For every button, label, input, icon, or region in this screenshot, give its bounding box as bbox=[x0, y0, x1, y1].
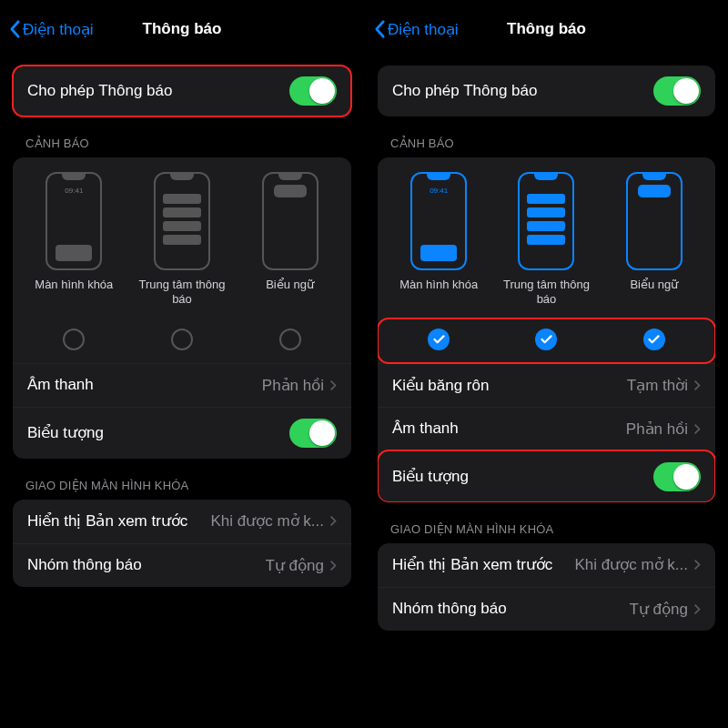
notification-grouping-value: Tự động bbox=[266, 556, 337, 575]
allow-notifications-label: Cho phép Thông báo bbox=[392, 82, 537, 100]
phone-preview-banner-icon bbox=[262, 172, 318, 270]
alert-option-label: Màn hình khóa bbox=[399, 278, 478, 292]
alert-check-banner[interactable] bbox=[237, 329, 343, 350]
alerts-header: CẢNH BÁO bbox=[365, 116, 728, 157]
allow-notifications-toggle[interactable] bbox=[653, 76, 701, 106]
show-previews-label: Hiển thị Bản xem trước bbox=[392, 555, 552, 574]
back-label: Điện thoại bbox=[23, 20, 94, 39]
badges-row[interactable]: Biểu tượng bbox=[13, 407, 351, 459]
lockscreen-header: GIAO DIỆN MÀN HÌNH KHÓA bbox=[0, 459, 364, 500]
alert-option-lock[interactable]: 09:41Màn hình khóa bbox=[386, 172, 492, 308]
chevron-right-icon bbox=[329, 379, 337, 391]
notification-grouping-row[interactable]: Nhóm thông báoTự động bbox=[378, 587, 715, 631]
sounds-label: Âm thanh bbox=[392, 420, 459, 438]
check-on-icon[interactable] bbox=[428, 329, 450, 350]
alert-check-banner[interactable] bbox=[601, 329, 707, 350]
settings-pane-left: Điện thoạiThông báoCho phép Thông báoCẢN… bbox=[0, 0, 364, 728]
badges-label: Biểu tượng bbox=[392, 467, 469, 486]
alert-option-label: Biểu ngữ bbox=[630, 278, 678, 292]
lockscreen-group: Hiển thị Bản xem trướcKhi được mở k...Nh… bbox=[13, 500, 351, 587]
phone-preview-center-icon bbox=[518, 172, 574, 270]
allow-notifications-label: Cho phép Thông báo bbox=[27, 82, 172, 100]
banner-style-row[interactable]: Kiểu băng rônTạm thời bbox=[378, 363, 715, 407]
chevron-right-icon bbox=[693, 423, 701, 435]
allow-notifications-row[interactable]: Cho phép Thông báo bbox=[378, 66, 715, 116]
banner-style-value: Tạm thời bbox=[627, 376, 701, 395]
allow-notifications-row[interactable]: Cho phép Thông báo bbox=[13, 66, 351, 116]
chevron-right-icon bbox=[693, 603, 701, 615]
alert-option-label: Màn hình khóa bbox=[35, 278, 113, 292]
back-button[interactable]: Điện thoại bbox=[374, 19, 459, 39]
alert-option-banner[interactable]: Biểu ngữ bbox=[237, 172, 343, 308]
alerts-group: 09:41Màn hình khóaTrung tâm thông báoBiể… bbox=[13, 157, 351, 459]
allow-notifications-group: Cho phép Thông báo bbox=[13, 66, 351, 116]
chevron-left-icon bbox=[9, 19, 21, 39]
show-previews-value: Khi được mở k... bbox=[574, 555, 701, 574]
alert-check-center[interactable] bbox=[493, 329, 600, 350]
phone-time: 09:41 bbox=[416, 187, 461, 195]
check-on-icon[interactable] bbox=[643, 329, 665, 350]
allow-notifications-group: Cho phép Thông báo bbox=[378, 66, 715, 116]
show-previews-label: Hiển thị Bản xem trước bbox=[27, 511, 187, 531]
check-off-icon[interactable] bbox=[171, 329, 193, 350]
alerts-check-row bbox=[13, 318, 351, 363]
chevron-left-icon bbox=[374, 19, 386, 39]
alerts-preview-box: 09:41Màn hình khóaTrung tâm thông báoBiể… bbox=[13, 157, 351, 318]
navbar: Điện thoạiThông báo bbox=[365, 9, 728, 49]
alert-check-lock[interactable] bbox=[21, 329, 127, 350]
chevron-right-icon bbox=[329, 515, 337, 527]
settings-pane-right: Điện thoạiThông báoCho phép Thông báoCẢN… bbox=[364, 0, 728, 728]
banner-style-label: Kiểu băng rôn bbox=[392, 376, 489, 395]
sounds-row[interactable]: Âm thanhPhản hồi bbox=[378, 407, 715, 450]
alerts-group: 09:41Màn hình khóaTrung tâm thông báoBiể… bbox=[378, 157, 715, 502]
sounds-row[interactable]: Âm thanhPhản hồi bbox=[13, 363, 351, 407]
check-on-icon[interactable] bbox=[535, 329, 557, 350]
alert-option-label: Trung tâm thông báo bbox=[128, 278, 235, 308]
alert-option-lock[interactable]: 09:41Màn hình khóa bbox=[21, 172, 127, 308]
badges-toggle[interactable] bbox=[289, 419, 337, 448]
alert-option-center[interactable]: Trung tâm thông báo bbox=[493, 172, 600, 308]
chevron-right-icon bbox=[693, 559, 701, 571]
chevron-right-icon bbox=[693, 379, 701, 391]
alert-option-label: Biểu ngữ bbox=[266, 278, 314, 292]
phone-time: 09:41 bbox=[51, 187, 96, 195]
notification-grouping-label: Nhóm thông báo bbox=[392, 600, 507, 618]
alert-option-center[interactable]: Trung tâm thông báo bbox=[128, 172, 235, 308]
phone-preview-center-icon bbox=[154, 172, 210, 270]
sounds-value: Phản hồi bbox=[262, 376, 337, 395]
sounds-label: Âm thanh bbox=[27, 376, 94, 394]
phone-preview-lock-icon: 09:41 bbox=[410, 172, 467, 270]
alert-check-center[interactable] bbox=[128, 329, 235, 350]
badges-label: Biểu tượng bbox=[27, 423, 104, 442]
phone-preview-banner-icon bbox=[626, 172, 682, 270]
back-button[interactable]: Điện thoại bbox=[9, 19, 94, 39]
alerts-header: CẢNH BÁO bbox=[0, 116, 364, 157]
notification-grouping-label: Nhóm thông báo bbox=[27, 556, 142, 574]
back-label: Điện thoại bbox=[388, 20, 459, 39]
alerts-check-row bbox=[378, 318, 715, 363]
show-previews-row[interactable]: Hiển thị Bản xem trướcKhi được mở k... bbox=[378, 543, 715, 587]
navbar: Điện thoạiThông báo bbox=[0, 9, 364, 49]
alerts-preview-box: 09:41Màn hình khóaTrung tâm thông báoBiể… bbox=[378, 157, 715, 318]
notification-grouping-row[interactable]: Nhóm thông báoTự động bbox=[13, 543, 351, 587]
notification-grouping-value: Tự động bbox=[630, 600, 701, 619]
allow-notifications-toggle[interactable] bbox=[289, 76, 337, 106]
badges-row[interactable]: Biểu tượng bbox=[378, 450, 715, 502]
show-previews-row[interactable]: Hiển thị Bản xem trướcKhi được mở k... bbox=[13, 500, 351, 543]
alert-check-lock[interactable] bbox=[386, 329, 492, 350]
sounds-value: Phản hồi bbox=[626, 420, 701, 439]
lockscreen-group: Hiển thị Bản xem trướcKhi được mở k...Nh… bbox=[378, 543, 715, 631]
check-off-icon[interactable] bbox=[279, 329, 301, 350]
chevron-right-icon bbox=[329, 560, 337, 571]
check-off-icon[interactable] bbox=[63, 329, 85, 350]
alert-option-label: Trung tâm thông báo bbox=[493, 278, 600, 308]
badges-toggle[interactable] bbox=[653, 462, 701, 491]
show-previews-value: Khi được mở k... bbox=[210, 511, 337, 531]
phone-preview-lock-icon: 09:41 bbox=[46, 172, 102, 270]
alert-option-banner[interactable]: Biểu ngữ bbox=[601, 172, 707, 308]
lockscreen-header: GIAO DIỆN MÀN HÌNH KHÓA bbox=[365, 502, 728, 543]
